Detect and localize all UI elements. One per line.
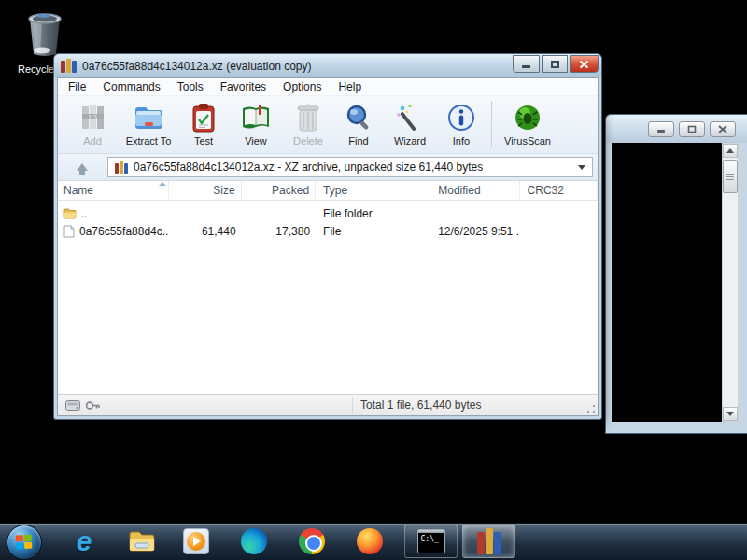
menu-commands[interactable]: Commands — [94, 80, 168, 93]
find-magnifier-icon — [344, 101, 374, 134]
menu-help[interactable]: Help — [330, 80, 370, 93]
column-size[interactable]: Size — [169, 181, 241, 200]
console-output[interactable] — [612, 143, 722, 422]
info-icon — [446, 101, 476, 134]
console-minimize-button[interactable] — [648, 121, 674, 137]
firefox-icon — [357, 528, 383, 554]
console-close-button[interactable] — [710, 121, 736, 137]
console-window[interactable] — [605, 114, 747, 434]
column-type[interactable]: Type — [316, 181, 430, 200]
taskbar-wmp[interactable] — [181, 526, 211, 556]
toolbar: 1:3 Add Extract To Test View — [58, 96, 598, 154]
column-name[interactable]: Name — [58, 181, 169, 200]
menu-tools[interactable]: Tools — [169, 80, 212, 93]
wizard-wand-icon — [395, 101, 425, 134]
extract-to-button[interactable]: Extract To — [120, 98, 177, 153]
status-total: Total 1 file, 61,440 bytes — [360, 399, 481, 412]
view-button[interactable]: View — [230, 98, 282, 153]
scroll-down-button[interactable] — [723, 407, 738, 421]
up-arrow-icon — [77, 163, 88, 171]
winrar-window: 0a76c55fa88d4c134012a.xz (evaluation cop… — [53, 53, 602, 420]
close-button[interactable] — [570, 55, 599, 73]
start-button[interactable] — [7, 525, 42, 560]
internet-explorer-icon: e — [77, 527, 92, 555]
winrar-titlebar[interactable]: 0a76c55fa88d4c134012a.xz (evaluation cop… — [54, 54, 601, 77]
winrar-app-icon — [61, 59, 77, 73]
archive-path-combobox[interactable]: 0a76c55fa88d4c134012a.xz - XZ archive, u… — [107, 157, 593, 177]
find-button[interactable]: Find — [334, 98, 383, 153]
menu-favorites[interactable]: Favorites — [212, 80, 275, 93]
svg-text:1:3: 1:3 — [88, 114, 97, 120]
menu-file[interactable]: File — [60, 80, 94, 93]
add-archive-icon: 1:3 — [78, 101, 107, 134]
toolbar-separator — [491, 101, 492, 147]
extract-folder-icon — [133, 101, 164, 134]
key-icon — [85, 400, 100, 411]
folder-icon — [63, 208, 77, 219]
maximize-button[interactable] — [542, 55, 568, 73]
add-button: 1:3 Add — [65, 98, 120, 153]
view-book-icon — [240, 101, 272, 134]
console-restore-button[interactable] — [679, 121, 705, 137]
wizard-button[interactable]: Wizard — [383, 98, 437, 153]
taskbar-firefox[interactable] — [355, 526, 385, 556]
console-titlebar[interactable] — [606, 115, 747, 143]
column-crc32[interactable]: CRC32 — [520, 181, 598, 200]
column-packed[interactable]: Packed — [242, 181, 316, 200]
taskbar-edge[interactable] — [239, 526, 269, 556]
test-button[interactable]: Test — [177, 98, 230, 153]
file-icon — [63, 225, 75, 238]
menubar: File Commands Tools Favorites Options He… — [58, 78, 598, 96]
file-list: Name Size Packed Type Modified CRC32 .. — [58, 181, 598, 394]
desktop: Recycle Bin 0a76c55fa88d4c134012a.xz (ev… — [0, 0, 747, 560]
drive-icon — [65, 400, 80, 411]
minimize-button[interactable] — [513, 55, 540, 73]
info-button[interactable]: Info — [437, 98, 486, 153]
resize-grip[interactable] — [586, 404, 596, 413]
taskbar-ie[interactable]: e — [69, 526, 99, 556]
taskbar-chrome[interactable] — [297, 526, 327, 556]
table-row-archive-file[interactable]: 0a76c55fa88d4c... 61,440 17,380 File 12/… — [58, 222, 598, 240]
virusscan-icon — [513, 101, 543, 134]
scroll-up-button[interactable] — [723, 144, 738, 158]
chrome-icon — [299, 528, 325, 554]
taskbar-terminal-button[interactable]: C:\_ — [404, 525, 458, 558]
menu-options[interactable]: Options — [275, 80, 330, 93]
window-title: 0a76c55fa88d4c134012a.xz (evaluation cop… — [82, 60, 312, 73]
table-row-parent-folder[interactable]: .. File folder — [58, 204, 598, 222]
edge-icon — [241, 528, 267, 554]
terminal-icon: C:\_ — [417, 529, 445, 553]
addressbar: 0a76c55fa88d4c134012a.xz - XZ archive, u… — [58, 154, 598, 181]
recycle-bin-icon — [23, 7, 66, 58]
winrar-taskbar-icon — [477, 528, 501, 554]
explorer-folder-icon — [128, 530, 156, 553]
console-scrollbar[interactable] — [722, 143, 739, 422]
test-clipboard-icon — [190, 101, 218, 134]
taskbar-explorer[interactable] — [127, 526, 157, 556]
statusbar: Total 1 file, 61,440 bytes — [58, 394, 598, 415]
column-modified[interactable]: Modified — [430, 181, 519, 200]
virusscan-button[interactable]: VirusScan — [498, 98, 557, 153]
statusbar-divider — [352, 397, 353, 413]
combo-dropdown-icon[interactable] — [578, 165, 585, 170]
delete-button: Delete — [282, 98, 334, 153]
up-one-level-button[interactable] — [63, 157, 102, 178]
list-header: Name Size Packed Type Modified CRC32 — [58, 181, 598, 201]
taskbar-winrar-button[interactable] — [462, 525, 515, 558]
archive-description: 0a76c55fa88d4c134012a.xz - XZ archive, u… — [134, 161, 483, 174]
media-player-icon — [183, 528, 209, 554]
sort-ascending-icon — [159, 182, 166, 186]
archive-icon — [115, 161, 128, 174]
close-icon — [579, 60, 589, 69]
delete-trash-icon — [295, 101, 321, 134]
scroll-thumb[interactable] — [723, 160, 738, 193]
windows-flag-icon — [16, 535, 34, 551]
